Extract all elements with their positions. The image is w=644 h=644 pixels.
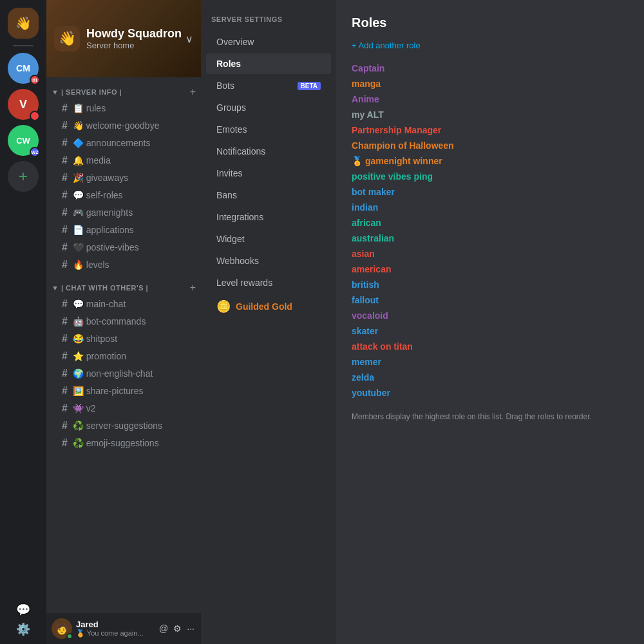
role-gamenight-winner[interactable]: 🏅 gamenight winner bbox=[352, 153, 629, 169]
settings-item-integrations[interactable]: Integrations bbox=[206, 207, 331, 227]
channel-announcements[interactable]: #🔷 announcements bbox=[52, 135, 196, 151]
role-youtuber[interactable]: youtuber bbox=[352, 385, 629, 401]
server-nav: 👋 CM m V CW WZ + 💬 ⚙️ bbox=[0, 0, 46, 644]
channel-server-suggestions[interactable]: #♻️ server-suggestions bbox=[52, 417, 196, 434]
settings-item-groups[interactable]: Groups bbox=[206, 97, 331, 118]
channel-emoji-suggestions[interactable]: #♻️ emoji-suggestions bbox=[52, 435, 196, 451]
user-bar: 🧑 Jared 🏅 You come again... @ ⚙ ··· bbox=[46, 613, 201, 644]
settings-panel-title: Server settings bbox=[201, 10, 336, 31]
role-captain[interactable]: Captain bbox=[352, 61, 629, 76]
settings-item-emotes[interactable]: Emotes bbox=[206, 119, 331, 140]
badge-wz: WZ bbox=[30, 147, 40, 157]
role-indian[interactable]: indian bbox=[352, 200, 629, 215]
guilded-gold-label: Guilded Gold bbox=[236, 301, 292, 312]
settings-item-invites[interactable]: Invites bbox=[206, 163, 331, 184]
user-avatar: 🧑 bbox=[52, 618, 72, 639]
chat-icon[interactable]: 💬 bbox=[16, 603, 30, 617]
role-american[interactable]: american bbox=[352, 261, 629, 277]
role-bot-maker[interactable]: bot maker bbox=[352, 184, 629, 200]
settings-item-notifications[interactable]: Notifications bbox=[206, 141, 331, 162]
settings-item-level-rewards[interactable]: Level rewards bbox=[206, 272, 331, 293]
channel-giveaways[interactable]: #🎉 giveaways bbox=[52, 169, 196, 186]
category-server-info[interactable]: ▼ | Server Info | + bbox=[46, 82, 201, 99]
role-memer[interactable]: memer bbox=[352, 354, 629, 370]
channel-media[interactable]: #🔔 media bbox=[52, 152, 196, 169]
role-partnership-manager[interactable]: Partnership Manager bbox=[352, 122, 629, 138]
role-british[interactable]: british bbox=[352, 277, 629, 292]
settings-button[interactable]: ⚙ bbox=[172, 622, 183, 635]
role-anime[interactable]: Anime bbox=[352, 91, 629, 107]
channels-list: ▼ | Server Info | + #📋 rules #👋 welcome-… bbox=[46, 77, 201, 613]
channel-rules[interactable]: #📋 rules bbox=[52, 100, 196, 117]
beta-badge: BETA bbox=[298, 82, 321, 90]
channel-non-english-chat[interactable]: #🌍 non-english-chat bbox=[52, 365, 196, 382]
channel-applications[interactable]: #📄 applications bbox=[52, 222, 196, 238]
server-name: Howdy Squadron bbox=[86, 27, 182, 41]
role-australian[interactable]: australian bbox=[352, 231, 629, 246]
category-add-chat[interactable]: + bbox=[190, 282, 196, 294]
more-options-button[interactable]: ··· bbox=[185, 622, 196, 635]
badge-red bbox=[30, 111, 40, 121]
badge-m: m bbox=[32, 77, 37, 83]
role-my-alt[interactable]: my ALT bbox=[352, 107, 629, 122]
server-subtitle: Server home bbox=[86, 41, 182, 50]
roles-list: CaptainmangaAnimemy ALTPartnership Manag… bbox=[352, 61, 629, 401]
chevron-down-icon: ∨ bbox=[185, 33, 193, 45]
channel-v2[interactable]: #👾 v2 bbox=[52, 400, 196, 417]
role-attack-on-titan[interactable]: attack on titan bbox=[352, 339, 629, 354]
channel-share-pictures[interactable]: #🖼️ share-pictures bbox=[52, 383, 196, 399]
server-header-info: Howdy Squadron Server home bbox=[86, 27, 182, 50]
channel-self-roles[interactable]: #💬 self-roles bbox=[52, 187, 196, 204]
settings-item-webhooks[interactable]: Webhooks bbox=[206, 251, 331, 271]
settings-item-roles[interactable]: Roles bbox=[206, 53, 331, 74]
user-info: Jared 🏅 You come again... bbox=[76, 620, 154, 638]
category-add-server-info[interactable]: + bbox=[190, 86, 196, 98]
channel-postive-vibes[interactable]: #🖤 postive-vibes bbox=[52, 239, 196, 256]
add-server-button[interactable]: + bbox=[8, 161, 39, 192]
channel-promotion[interactable]: #⭐ promotion bbox=[52, 348, 196, 365]
settings-item-bots[interactable]: Bots BETA bbox=[206, 75, 331, 96]
server-icon-howdy[interactable]: 👋 bbox=[8, 8, 39, 39]
settings-panel: Server settings Overview Roles Bots BETA… bbox=[201, 0, 336, 644]
role-manga[interactable]: manga bbox=[352, 76, 629, 91]
channel-welcome-goodbye[interactable]: #👋 welcome-goodbye bbox=[52, 117, 196, 134]
role-zelda[interactable]: zelda bbox=[352, 370, 629, 385]
role-champion-of-halloween[interactable]: Champion of Halloween bbox=[352, 138, 629, 153]
roles-panel: Roles + Add another role CaptainmangaAni… bbox=[336, 0, 644, 644]
roles-note: Members display the highest role on this… bbox=[352, 411, 629, 422]
role-asian[interactable]: asian bbox=[352, 246, 629, 261]
role-positive-vibes-ping[interactable]: positive vibes ping bbox=[352, 169, 629, 184]
server-icon-cw[interactable]: CW WZ bbox=[8, 125, 39, 156]
channel-shitpost[interactable]: #😂 shitpost bbox=[52, 330, 196, 347]
roles-panel-title: Roles bbox=[352, 15, 629, 30]
channel-bot-commands[interactable]: #🤖 bot-commands bbox=[52, 313, 196, 330]
role-african[interactable]: african bbox=[352, 215, 629, 231]
online-indicator bbox=[66, 633, 73, 639]
role-fallout[interactable]: fallout bbox=[352, 292, 629, 308]
settings-item-bans[interactable]: Bans bbox=[206, 185, 331, 205]
channel-gamenights[interactable]: #🎮 gamenights bbox=[52, 204, 196, 221]
settings-item-widget[interactable]: Widget bbox=[206, 229, 331, 249]
guilded-gold-item[interactable]: 🪙 Guilded Gold bbox=[206, 294, 331, 319]
user-status: 🏅 You come again... bbox=[76, 629, 154, 638]
category-label-chat: ▼ | Chat With other's | bbox=[52, 284, 148, 292]
category-chat-with-others[interactable]: ▼ | Chat With other's | + bbox=[46, 278, 201, 295]
server-icon-v[interactable]: V bbox=[8, 89, 39, 120]
mention-button[interactable]: @ bbox=[158, 622, 169, 635]
settings-item-overview[interactable]: Overview bbox=[206, 32, 331, 52]
server-header[interactable]: 👋 Howdy Squadron Server home ∨ bbox=[46, 0, 201, 77]
guilded-coin-icon: 🪙 bbox=[216, 299, 231, 314]
server-avatar: 👋 bbox=[54, 26, 80, 52]
server-icon-cm[interactable]: CM m bbox=[8, 53, 39, 84]
user-controls: @ ⚙ ··· bbox=[158, 622, 196, 635]
settings-icon[interactable]: ⚙️ bbox=[16, 622, 30, 636]
username: Jared bbox=[76, 620, 154, 629]
add-role-button[interactable]: + Add another role bbox=[352, 41, 629, 50]
channel-sidebar: 👋 Howdy Squadron Server home ∨ ▼ | Serve… bbox=[46, 0, 201, 644]
channel-main-chat[interactable]: #💬 main-chat bbox=[52, 296, 196, 312]
channel-levels[interactable]: #🔥 levels bbox=[52, 256, 196, 273]
role-vocaloid[interactable]: vocaloid bbox=[352, 308, 629, 323]
role-skater[interactable]: skater bbox=[352, 323, 629, 339]
category-label-server-info: ▼ | Server Info | bbox=[52, 88, 122, 96]
